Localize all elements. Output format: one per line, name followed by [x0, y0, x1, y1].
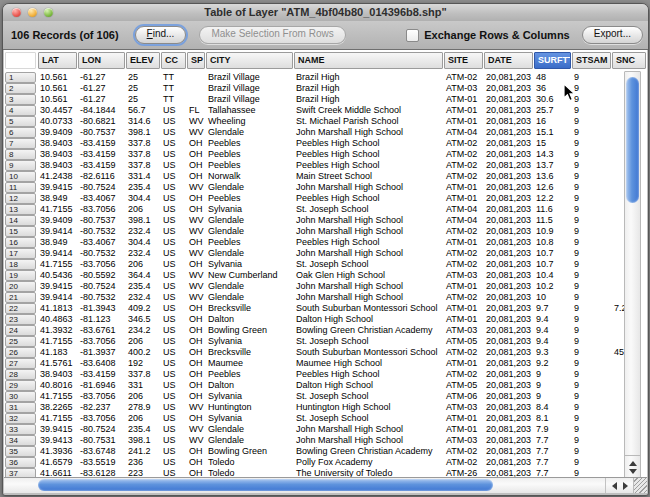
cell-surft: 10.8 [534, 237, 572, 248]
column-header-sp[interactable]: SP [187, 52, 205, 69]
row-number-button[interactable]: 22 [5, 303, 36, 314]
row-number-button[interactable]: 3 [5, 94, 36, 105]
row-number-button[interactable]: 30 [5, 391, 36, 402]
horizontal-scrollbar-thumb[interactable] [38, 479, 493, 491]
column-header-lon[interactable]: LON [78, 52, 125, 69]
cell-cc: US [161, 259, 187, 270]
row-number-button[interactable]: 35 [5, 446, 36, 457]
row-number-button[interactable]: 4 [5, 105, 36, 116]
horizontal-scrollbar[interactable] [4, 477, 647, 493]
cell-date: 20,081,203 [484, 292, 534, 303]
row-number-button[interactable]: 29 [5, 380, 36, 391]
row-number-button[interactable]: 15 [5, 226, 36, 237]
scroll-left-arrow[interactable] [612, 482, 617, 490]
cell-date: 20,081,203 [484, 171, 534, 182]
row-number-button[interactable]: 34 [5, 435, 36, 446]
row-number-button[interactable]: 37 [5, 468, 36, 477]
table-row: 639.9409-80.7537398.1USWVGlendaleJohn Ma… [4, 127, 647, 138]
cell-cc: US [161, 138, 187, 149]
column-header-stsam[interactable]: STSAM [572, 52, 611, 69]
export-button[interactable]: Export... [582, 26, 643, 44]
find-button[interactable]: Find... [135, 26, 187, 44]
row-number-button[interactable]: 32 [5, 413, 36, 424]
cell-city: Peebles [206, 138, 294, 149]
row-number-button[interactable]: 36 [5, 457, 36, 468]
row-number-button[interactable]: 8 [5, 149, 36, 160]
cell-lat: 41.1813 [38, 303, 78, 314]
cell-name: South Suburban Montessori School [294, 347, 444, 358]
scroll-up-arrow[interactable] [629, 461, 637, 466]
column-header-lat[interactable]: LAT [38, 52, 77, 69]
cell-lat: 41.7155 [38, 413, 78, 424]
cell-name: Bowling Green Christian Academy [294, 325, 444, 336]
row-number-button[interactable]: 20 [5, 281, 36, 292]
column-header-elev[interactable]: ELEV [126, 52, 160, 69]
row-number-button[interactable]: 5 [5, 116, 36, 127]
cell-sp [187, 72, 206, 83]
column-header-date[interactable]: DATE [484, 52, 533, 69]
row-number-button[interactable]: 28 [5, 369, 36, 380]
column-header-name[interactable]: NAME [294, 52, 443, 69]
scroll-down-arrow[interactable] [629, 469, 637, 474]
close-button[interactable] [12, 8, 21, 17]
row-number-button[interactable]: 23 [5, 314, 36, 325]
vertical-scrollbar-thumb[interactable] [626, 77, 639, 203]
column-header-surft[interactable]: SURFT [534, 52, 571, 69]
column-header-snc[interactable]: SNC [612, 52, 646, 69]
cell-lon: -83.4159 [78, 160, 126, 171]
cell-city: Sylvania [206, 336, 294, 347]
row-number-button[interactable]: 19 [5, 270, 36, 281]
exchange-rows-columns-checkbox[interactable] [406, 29, 419, 42]
cell-city: Dalton [206, 314, 294, 325]
row-number-button[interactable]: 16 [5, 237, 36, 248]
row-number-button[interactable]: 1 [5, 72, 36, 83]
row-number-button[interactable]: 2 [5, 83, 36, 94]
column-header-city[interactable]: CITY [206, 52, 293, 69]
window-resize-grip[interactable] [633, 478, 647, 493]
row-number-button[interactable]: 6 [5, 127, 36, 138]
cell-lat: 41.5761 [38, 358, 78, 369]
cell-name: Huntington High School [294, 402, 444, 413]
row-number-button[interactable]: 26 [5, 347, 36, 358]
cell-elev: 232.4 [126, 226, 161, 237]
minimize-button[interactable] [28, 8, 37, 17]
cell-cc: US [161, 424, 187, 435]
row-number-button[interactable]: 17 [5, 248, 36, 259]
table-row: 2441.3932-83.6761234.2USOHBowling GreenB… [4, 325, 647, 336]
cell-city: Brazil Village [206, 83, 294, 94]
cell-site: ATM-01 [444, 116, 484, 127]
row-number-button[interactable]: 12 [5, 193, 36, 204]
column-header-site[interactable]: SITE [444, 52, 483, 69]
cell-sp: WV [187, 127, 206, 138]
row-number-button[interactable]: 9 [5, 160, 36, 171]
row-number-button[interactable]: 24 [5, 325, 36, 336]
cell-lon: -61.27 [78, 72, 126, 83]
vertical-scrollbar[interactable] [624, 71, 641, 459]
cell-stsam: 9 [572, 182, 612, 193]
row-number-button[interactable]: 31 [5, 402, 36, 413]
row-number-button[interactable]: 21 [5, 292, 36, 303]
column-header-cc[interactable]: CC [161, 52, 186, 69]
cell-stsam: 9 [572, 457, 612, 468]
cell-name: John Marshall High School [294, 215, 444, 226]
cell-lat: 41.6579 [38, 457, 78, 468]
row-number-button[interactable]: 14 [5, 215, 36, 226]
row-number-button[interactable]: 33 [5, 424, 36, 435]
row-number-button[interactable]: 25 [5, 336, 36, 347]
cell-name: St. Joseph School [294, 413, 444, 424]
cell-lon: -83.6128 [78, 468, 126, 477]
row-number-button[interactable]: 27 [5, 358, 36, 369]
cell-surft: 7.9 [534, 424, 572, 435]
cell-date: 20,081,203 [484, 116, 534, 127]
make-selection-from-rows-button[interactable]: Make Selection From Rows [199, 26, 345, 44]
cell-sp: WV [187, 281, 206, 292]
zoom-button[interactable] [44, 8, 53, 17]
row-number-button[interactable]: 10 [5, 171, 36, 182]
scroll-right-arrow[interactable] [623, 482, 628, 490]
title-bar[interactable]: Table of Layer "ATM_4bf04b80_014396b8.sh… [3, 4, 648, 22]
row-number-button[interactable]: 11 [5, 182, 36, 193]
row-number-button[interactable]: 7 [5, 138, 36, 149]
row-number-button[interactable]: 18 [5, 259, 36, 270]
row-number-button[interactable]: 13 [5, 204, 36, 215]
cell-stsam: 9 [572, 270, 612, 281]
